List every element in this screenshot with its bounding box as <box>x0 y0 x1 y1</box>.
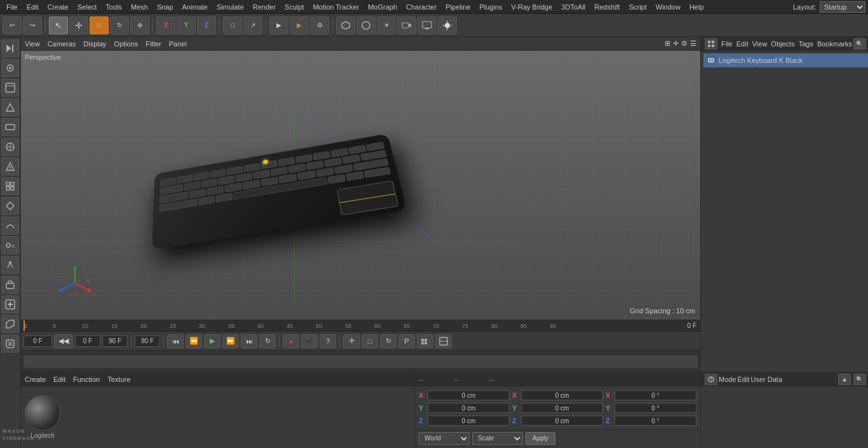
sidebar-tool-2[interactable] <box>1 59 19 77</box>
goto-start-button[interactable]: ⏮ <box>167 334 184 348</box>
object-mode-button[interactable]: □ <box>223 17 242 34</box>
attr-userdata-menu[interactable]: User Data <box>751 376 783 383</box>
layout-select[interactable]: Startup Standard Sculpting <box>820 1 865 13</box>
camera-button[interactable] <box>397 17 416 34</box>
motion-button[interactable] <box>435 334 452 348</box>
frame-prev-button[interactable]: ◀◀ <box>54 334 73 348</box>
light-button[interactable]: ☀ <box>377 17 396 34</box>
move-key-button[interactable]: ✛ <box>343 334 360 348</box>
objects-view-menu[interactable]: View <box>752 40 768 48</box>
menu-animate[interactable]: Animate <box>179 2 212 12</box>
goto-end-button[interactable]: ⏭ <box>241 334 257 348</box>
position-x-input[interactable] <box>428 390 510 400</box>
menu-simulate[interactable]: Simulate <box>213 2 248 12</box>
attr-up-icon[interactable]: ▲ <box>838 374 851 385</box>
apply-button[interactable]: Apply <box>526 432 555 445</box>
menu-3dtoall[interactable]: 3DToAll <box>557 2 589 12</box>
sidebar-tool-7[interactable] <box>1 158 19 175</box>
menu-file[interactable]: File <box>3 2 22 12</box>
view-menu[interactable]: View <box>25 40 40 48</box>
component-mode-button[interactable]: ↗ <box>243 17 262 34</box>
menu-vray[interactable]: V-Ray Bridge <box>508 2 557 12</box>
menu-help[interactable]: Help <box>686 2 708 12</box>
cube-button[interactable] <box>336 17 355 34</box>
sidebar-tool-12[interactable] <box>1 256 19 274</box>
select-tool-button[interactable]: ↖ <box>49 17 68 34</box>
menu-edit[interactable]: Edit <box>23 2 43 12</box>
objects-edit-menu[interactable]: Edit <box>736 40 749 48</box>
sidebar-tool-16[interactable] <box>1 335 19 353</box>
size-z-input[interactable] <box>521 416 603 426</box>
viewport[interactable]: X Y Z Perspective Grid Spacing : 10 cm <box>21 51 700 320</box>
move-tool-button[interactable]: ✛ <box>69 17 88 34</box>
menu-render[interactable]: Render <box>249 2 280 12</box>
rotation-y-input[interactable] <box>614 403 696 413</box>
scale-tool-button[interactable]: □ <box>90 17 109 34</box>
frame-end1-input[interactable] <box>102 336 128 347</box>
objects-tags-menu[interactable]: Tags <box>799 40 813 48</box>
objects-file-menu[interactable]: File <box>721 40 733 48</box>
menu-motion-tracker[interactable]: Motion Tracker <box>309 2 363 12</box>
sidebar-tool-11[interactable]: S <box>1 236 19 254</box>
viewport-move-icon[interactable]: ✛ <box>673 39 679 48</box>
size-x-input[interactable] <box>521 390 603 400</box>
cycle-button[interactable]: ↻ <box>380 334 397 348</box>
mat-menu-texture[interactable]: Texture <box>107 376 130 383</box>
frame-current-input[interactable] <box>75 336 100 347</box>
y-axis-button[interactable]: Y <box>177 17 196 34</box>
menu-script[interactable]: Script <box>625 2 651 12</box>
sidebar-tool-8[interactable] <box>1 177 19 195</box>
render-button[interactable]: ▶ <box>290 17 309 34</box>
render-settings-button[interactable]: ⚙ <box>310 17 329 34</box>
attr-edit-menu[interactable]: Edit <box>738 376 750 383</box>
help-button[interactable]: ? <box>320 334 336 348</box>
redo-button[interactable]: ↪ <box>23 17 42 34</box>
step-back-button[interactable]: ⏪ <box>186 334 202 348</box>
menu-sculpt[interactable]: Sculpt <box>281 2 308 12</box>
filter-menu[interactable]: Filter <box>146 40 161 48</box>
loop-button[interactable]: ↻ <box>259 334 276 348</box>
sidebar-tool-5[interactable] <box>1 118 19 136</box>
position-z-input[interactable] <box>428 416 510 426</box>
menu-create[interactable]: Create <box>44 2 72 12</box>
undo-button[interactable]: ↩ <box>3 17 22 34</box>
options-menu[interactable]: Options <box>114 40 138 48</box>
objects-search-icon[interactable]: 🔍 <box>853 38 866 50</box>
rotate-tool-button[interactable]: ↻ <box>110 17 129 34</box>
sidebar-tool-4[interactable] <box>1 98 19 116</box>
z-axis-button[interactable]: Z <box>197 17 216 34</box>
display-button[interactable] <box>417 17 437 34</box>
sidebar-tool-13[interactable] <box>1 276 19 294</box>
mat-menu-create[interactable]: Create <box>25 376 46 383</box>
position-y-input[interactable] <box>428 403 510 413</box>
menu-redshift[interactable]: Redshift <box>590 2 623 12</box>
objects-objects-menu[interactable]: Objects <box>771 40 794 48</box>
scale-key-button[interactable]: □ <box>362 334 378 348</box>
attr-mode-menu[interactable]: Mode <box>719 376 736 383</box>
menu-snap[interactable]: Snap <box>153 2 177 12</box>
autokey-button[interactable]: ⚫ <box>301 334 318 348</box>
frame-end2-input[interactable] <box>135 336 160 347</box>
menu-select[interactable]: Select <box>74 2 101 12</box>
step-forward-button[interactable]: ⏩ <box>222 334 239 348</box>
menu-tools[interactable]: Tools <box>102 2 126 12</box>
transform-button[interactable]: ⊕ <box>130 17 149 34</box>
sidebar-tool-9[interactable] <box>1 197 19 215</box>
menu-mograph[interactable]: MoGraph <box>364 2 401 12</box>
attr-search-icon[interactable]: 🔍 <box>853 374 866 385</box>
sidebar-tool-14[interactable] <box>1 295 19 313</box>
mat-menu-edit[interactable]: Edit <box>53 376 65 383</box>
mat-menu-function[interactable]: Function <box>73 376 100 383</box>
frame-start-input[interactable] <box>24 336 52 347</box>
sidebar-tool-10[interactable] <box>1 217 19 234</box>
scale-dropdown[interactable]: Scale <box>472 432 523 445</box>
record-button[interactable]: ● <box>283 334 299 348</box>
sphere-button[interactable] <box>356 17 376 34</box>
light2-button[interactable] <box>438 17 457 34</box>
rotation-x-input[interactable] <box>614 390 696 400</box>
render-region-button[interactable]: ▶ <box>269 17 288 34</box>
play-button[interactable]: ▶ <box>204 334 220 348</box>
sidebar-tool-15[interactable] <box>1 315 19 333</box>
menu-mesh[interactable]: Mesh <box>127 2 152 12</box>
x-axis-button[interactable]: X <box>156 17 175 34</box>
